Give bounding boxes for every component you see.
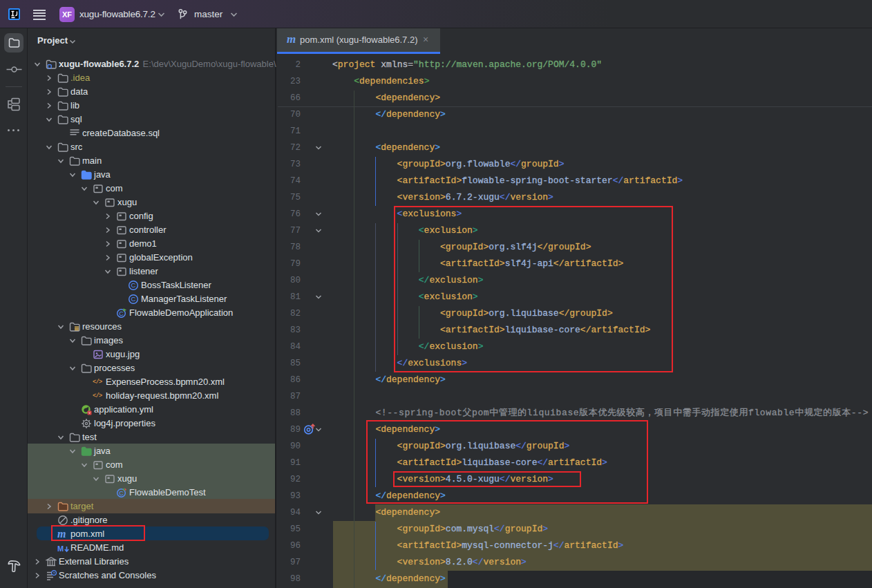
svg-text:C: C [131,281,136,289]
svg-text:M: M [57,544,64,553]
svg-text:C: C [119,490,124,497]
svg-text:C: C [119,310,124,317]
svg-text:C: C [131,295,136,303]
